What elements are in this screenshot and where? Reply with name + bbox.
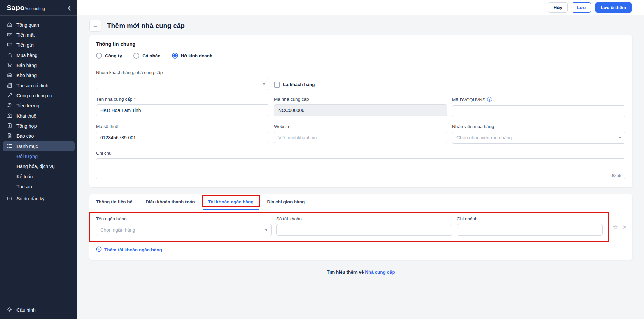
sidebar-item-khai-thue[interactable]: Khai thuế bbox=[3, 111, 75, 121]
radio-icon[interactable] bbox=[133, 53, 139, 59]
tab-dieu-khoan-thanh-toan[interactable]: Điều khoản thanh toán bbox=[139, 194, 202, 210]
radio-icon[interactable] bbox=[96, 53, 102, 59]
sidebar-item-tong-hop[interactable]: Tổng hợp bbox=[3, 121, 75, 131]
tax-code-field: Mã số thuế bbox=[96, 124, 269, 144]
customer-group-field: Nhóm khách hàng, nhà cung cấp ▾ bbox=[96, 70, 269, 90]
info-icon[interactable]: ⓘ bbox=[487, 97, 492, 103]
close-icon[interactable]: ✕ bbox=[622, 225, 627, 230]
sidebar-item-cong-cu-dung-cu[interactable]: Công cụ dụng cụ bbox=[3, 91, 75, 101]
select-placeholder: Chọn ngân hàng bbox=[100, 227, 135, 233]
supplier-help-link[interactable]: Nhà cung cấp bbox=[365, 269, 395, 275]
tab-label: Tài khoản ngân hàng bbox=[208, 199, 254, 204]
sidebar-collapse-icon[interactable]: ❮ bbox=[67, 5, 71, 10]
sidebar-item-mua-hang[interactable]: Mua hàng bbox=[3, 50, 75, 60]
required-asterisk: * bbox=[134, 97, 136, 102]
sidebar-item-tien-gui[interactable]: Tiền gửi bbox=[3, 40, 75, 50]
form-grid: Tên nhà cung cấp* Mã nhà cung cấp Mã ĐVC… bbox=[96, 97, 625, 181]
is-customer-checkbox[interactable] bbox=[274, 82, 280, 88]
buyer-select[interactable]: Chọn nhân viên mua hàng ▾ bbox=[452, 132, 625, 144]
report-icon bbox=[7, 133, 13, 140]
chevron-down-icon: ▾ bbox=[263, 82, 265, 86]
sidebar-item-tien-luong[interactable]: Tiền lương bbox=[3, 101, 75, 111]
sidebar-subitem-hang-hoa-dich-vu[interactable]: Hàng hóa, dịch vụ bbox=[3, 161, 75, 171]
back-button[interactable]: ← bbox=[89, 20, 101, 32]
sidebar-item-bao-cao[interactable]: Báo cáo bbox=[3, 131, 75, 141]
sidebar-subitem-tai-san[interactable]: Tài sản bbox=[3, 182, 75, 192]
sidebar-subitem-label: Hàng hóa, dịch vụ bbox=[16, 164, 55, 169]
warehouse-icon bbox=[7, 72, 13, 79]
bank-account-section: Tên ngân hàng Chọn ngân hàng ▾ Số tài kh… bbox=[89, 210, 632, 253]
brand-name: Sapo bbox=[7, 4, 25, 11]
app-logo: SapoAccounting bbox=[7, 4, 45, 12]
sidebar-subitem-doi-tuong[interactable]: Đối tượng bbox=[3, 151, 75, 161]
branch-input[interactable] bbox=[457, 224, 603, 236]
tab-label: Địa chỉ giao hàng bbox=[267, 199, 305, 204]
dvcqhvns-field: Mã ĐVCQHVNSⓘ bbox=[452, 97, 625, 117]
tab-bar: Thông tin liên hệ Điều khoản thanh toán … bbox=[89, 194, 632, 210]
general-info-card: Thông tin chung Công ty Cá nhân Hộ kinh … bbox=[89, 35, 632, 187]
radio-ca-nhan[interactable]: Cá nhân bbox=[133, 53, 160, 59]
bank-card-icon bbox=[7, 42, 13, 49]
payroll-icon bbox=[7, 102, 13, 109]
building-icon bbox=[7, 82, 13, 89]
sidebar-item-label: Số dư đầu kỳ bbox=[16, 196, 44, 201]
sidebar-nav: Tổng quan Tiền mặt Tiền gửi Mua hàng Bán… bbox=[0, 16, 77, 301]
supplier-name-input[interactable] bbox=[96, 104, 269, 116]
sidebar-item-tong-quan[interactable]: Tổng quan bbox=[3, 20, 75, 30]
customer-group-select[interactable]: ▾ bbox=[96, 78, 269, 90]
branch-field: Chi nhánh bbox=[457, 216, 603, 236]
field-label: Website bbox=[274, 124, 447, 129]
radio-label: Công ty bbox=[105, 53, 122, 58]
field-label: Mã số thuế bbox=[96, 124, 269, 129]
summary-icon bbox=[7, 123, 13, 130]
sidebar-subitem-ke-toan[interactable]: Kế toán bbox=[3, 171, 75, 182]
cash-icon bbox=[7, 32, 13, 39]
sidebar-subitem-label: Kế toán bbox=[16, 174, 33, 179]
is-customer-checkbox-wrap[interactable]: Là khách hàng bbox=[274, 79, 447, 90]
website-input[interactable] bbox=[274, 132, 447, 143]
cancel-button[interactable]: Hủy bbox=[548, 2, 568, 13]
field-label: Tên ngân hàng bbox=[96, 216, 272, 221]
radio-ho-kinh-doanh[interactable]: Hộ kinh doanh bbox=[172, 53, 213, 59]
radio-cong-ty[interactable]: Công ty bbox=[96, 53, 122, 59]
account-number-input[interactable] bbox=[276, 224, 452, 236]
checkbox-label: Là khách hàng bbox=[283, 82, 315, 87]
sidebar-item-tai-san-co-dinh[interactable]: Tài sản cố định bbox=[3, 81, 75, 91]
field-label: Chi nhánh bbox=[457, 216, 603, 221]
field-label: Ghi chú bbox=[96, 151, 625, 156]
sidebar-item-label: Tiền gửi bbox=[16, 42, 34, 48]
tax-code-input[interactable] bbox=[96, 132, 269, 143]
bank-name-select[interactable]: Chọn ngân hàng ▾ bbox=[96, 224, 272, 236]
field-label: Nhân viên mua hàng bbox=[452, 124, 625, 129]
star-icon[interactable]: ☆ bbox=[612, 224, 618, 230]
radio-icon-checked[interactable] bbox=[172, 53, 178, 59]
sidebar-item-ban-hang[interactable]: Bán hàng bbox=[3, 60, 75, 70]
tab-tai-khoan-ngan-hang[interactable]: Tài khoản ngân hàng bbox=[202, 194, 261, 210]
sidebar-item-kho-hang[interactable]: Kho hàng bbox=[3, 70, 75, 81]
supplier-type-radio-group: Công ty Cá nhân Hộ kinh doanh bbox=[96, 53, 625, 59]
char-counter: 0/255 bbox=[610, 173, 621, 178]
main-content: ← Thêm mới nhà cung cấp Thông tin chung … bbox=[77, 15, 644, 319]
sidebar-item-label: Tổng hợp bbox=[16, 123, 37, 129]
sidebar-item-danh-muc[interactable]: Danh mục bbox=[3, 141, 75, 151]
website-field: Website bbox=[274, 124, 447, 144]
bank-name-field: Tên ngân hàng Chọn ngân hàng ▾ bbox=[96, 216, 272, 236]
save-button[interactable]: Lưu bbox=[572, 2, 591, 13]
sidebar-item-label: Tiền mặt bbox=[16, 32, 35, 38]
tools-icon bbox=[7, 92, 13, 99]
sidebar-item-tien-mat[interactable]: Tiền mặt bbox=[3, 30, 75, 40]
title-row: ← Thêm mới nhà cung cấp bbox=[77, 15, 644, 35]
learn-more: Tìm hiểu thêm về Nhà cung cấp bbox=[77, 269, 644, 275]
tabs-card: Thông tin liên hệ Điều khoản thanh toán … bbox=[89, 194, 632, 260]
sidebar-item-cau-hinh[interactable]: Cấu hình bbox=[3, 305, 75, 315]
tab-dia-chi-giao-hang[interactable]: Địa chỉ giao hàng bbox=[261, 194, 312, 210]
page-title: Thêm mới nhà cung cấp bbox=[107, 22, 185, 30]
note-textarea[interactable] bbox=[96, 158, 625, 179]
add-bank-account-link[interactable]: Thêm tài khoản ngân hàng bbox=[96, 246, 162, 253]
save-and-add-button[interactable]: Lưu & thêm bbox=[595, 2, 632, 13]
tab-thong-tin-lien-he[interactable]: Thông tin liên hệ bbox=[96, 194, 139, 210]
learn-more-text: Tìm hiểu thêm về bbox=[327, 269, 364, 275]
tax-icon bbox=[7, 113, 13, 120]
sidebar-item-so-du-dau-ky[interactable]: Số dư đầu kỳ bbox=[3, 194, 75, 204]
dvcqhvns-input[interactable] bbox=[452, 105, 625, 117]
